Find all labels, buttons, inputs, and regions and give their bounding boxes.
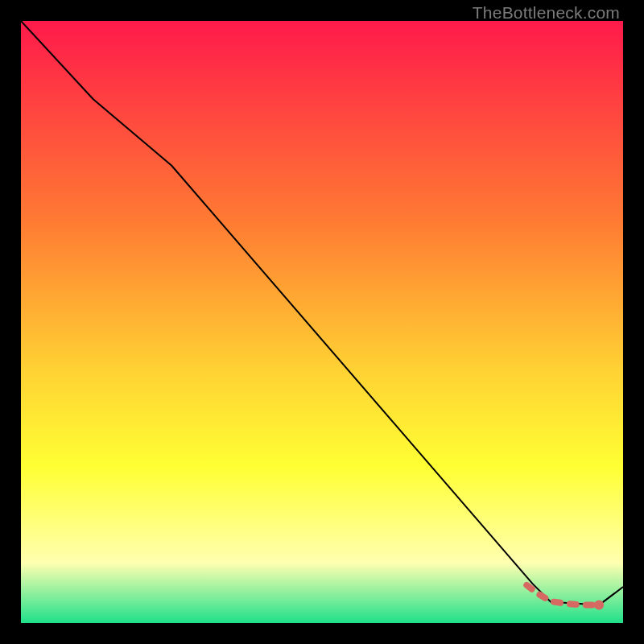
watermark-text: TheBottleneck.com xyxy=(473,3,620,23)
chart-stage: TheBottleneck.com xyxy=(0,0,644,644)
main-curve xyxy=(21,21,623,605)
svg-point-0 xyxy=(594,601,604,610)
chart-overlay xyxy=(21,21,623,623)
plot-area xyxy=(21,21,623,623)
optimum-marker xyxy=(594,601,604,610)
